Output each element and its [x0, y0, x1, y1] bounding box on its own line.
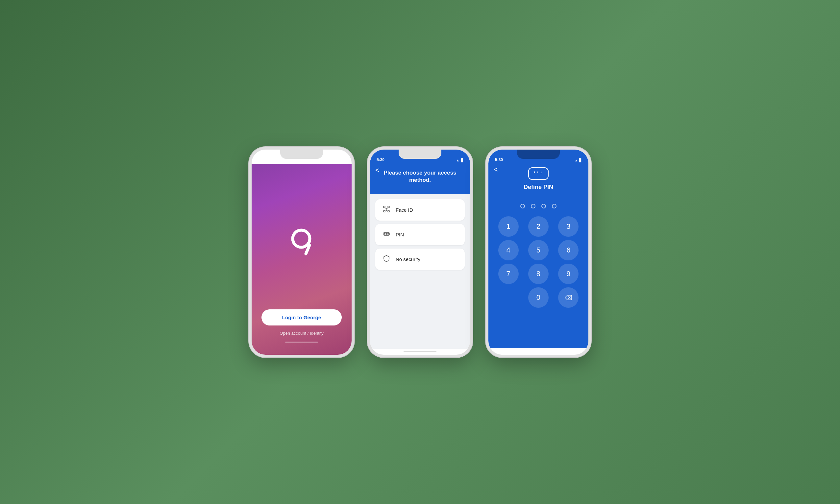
george-logo-container [287, 177, 316, 309]
phone-1-george-login: 5:29 ▲ ▊ Login to George Open account / … [249, 147, 354, 357]
define-pin-title: Define PIN [524, 184, 553, 191]
face-id-icon [382, 205, 391, 215]
key-5[interactable]: 5 [528, 240, 549, 260]
back-button-2[interactable]: < [375, 166, 379, 175]
pin-keypad: 1 2 3 4 5 6 7 8 9 0 [488, 216, 588, 308]
phone1-content: Login to George Open account / Identify [252, 164, 352, 355]
shield-icon [382, 254, 391, 264]
status-icons-1: ▲ ▊ [338, 159, 345, 162]
battery-icon-3: ▊ [579, 159, 582, 162]
pin-stars-icon: *** [528, 167, 549, 180]
pin-dot-4 [552, 204, 556, 209]
status-time-3: 5:30 [495, 158, 503, 162]
pin-dot-3 [541, 204, 546, 209]
no-security-label: No security [396, 256, 420, 262]
pin-input-dots [520, 204, 556, 209]
pin-label: PIN [396, 232, 404, 237]
phone2-content: < Please choose your access method. [370, 164, 470, 349]
phone-3-define-pin: 5:30 ▲ ▊ < *** Define PIN 1 2 3 4 5 6 7 … [486, 147, 591, 357]
svg-rect-2 [383, 206, 385, 208]
svg-rect-4 [383, 211, 385, 212]
key-3[interactable]: 3 [558, 216, 578, 237]
phone-notch-3 [517, 149, 560, 159]
svg-point-11 [386, 233, 387, 234]
access-header: < Please choose your access method. [370, 164, 470, 194]
home-indicator-2 [404, 351, 436, 352]
key-1[interactable]: 1 [498, 216, 519, 237]
back-button-3[interactable]: < [494, 165, 498, 174]
phone3-content: < *** Define PIN 1 2 3 4 5 6 7 8 9 0 [488, 164, 588, 348]
face-id-label: Face ID [396, 207, 413, 213]
pin-dots-icon [382, 230, 391, 239]
home-indicator-3 [522, 352, 555, 353]
key-delete[interactable] [558, 287, 578, 308]
svg-rect-3 [388, 206, 389, 208]
svg-point-12 [388, 233, 389, 234]
access-method-title: Please choose your access method. [383, 169, 456, 184]
pin-dot-2 [531, 204, 535, 209]
key-7[interactable]: 7 [498, 264, 519, 284]
key-0[interactable]: 0 [528, 287, 549, 308]
open-account-text: Open account / Identify [280, 331, 324, 336]
key-6[interactable]: 6 [558, 240, 578, 260]
wifi-icon: ▲ [338, 159, 341, 162]
login-to-george-button[interactable]: Login to George [262, 309, 342, 325]
status-icons-2: ▲ ▊ [456, 159, 463, 162]
home-indicator-1 [285, 342, 318, 343]
battery-icon-2: ▊ [461, 159, 463, 162]
phone-2-access-method: 5:30 ▲ ▊ < Please choose your access met… [368, 147, 472, 357]
svg-point-0 [293, 230, 310, 247]
key-4[interactable]: 4 [498, 240, 519, 260]
face-id-option[interactable]: Face ID [375, 199, 465, 221]
wifi-icon-2: ▲ [456, 159, 460, 162]
pin-header: < *** Define PIN [488, 164, 588, 197]
phone-notch-2 [399, 149, 441, 159]
key-8[interactable]: 8 [528, 264, 549, 284]
svg-rect-5 [388, 211, 389, 212]
phone1-bottom: Login to George Open account / Identify [262, 309, 342, 339]
no-security-option[interactable]: No security [375, 249, 465, 270]
wifi-icon-3: ▲ [575, 159, 578, 162]
george-logo-svg [287, 227, 316, 260]
pin-option[interactable]: PIN [375, 224, 465, 245]
svg-point-10 [385, 233, 386, 234]
pin-dot-1 [520, 204, 525, 209]
status-time-1: 5:29 [258, 158, 266, 162]
key-empty [498, 287, 519, 308]
battery-icon: ▊ [342, 159, 345, 162]
phone-notch [280, 149, 323, 159]
access-options-list: Face ID PIN [370, 194, 470, 275]
status-icons-3: ▲ ▊ [575, 159, 582, 162]
key-2[interactable]: 2 [528, 216, 549, 237]
status-time-2: 5:30 [377, 158, 385, 162]
key-9[interactable]: 9 [558, 264, 578, 284]
